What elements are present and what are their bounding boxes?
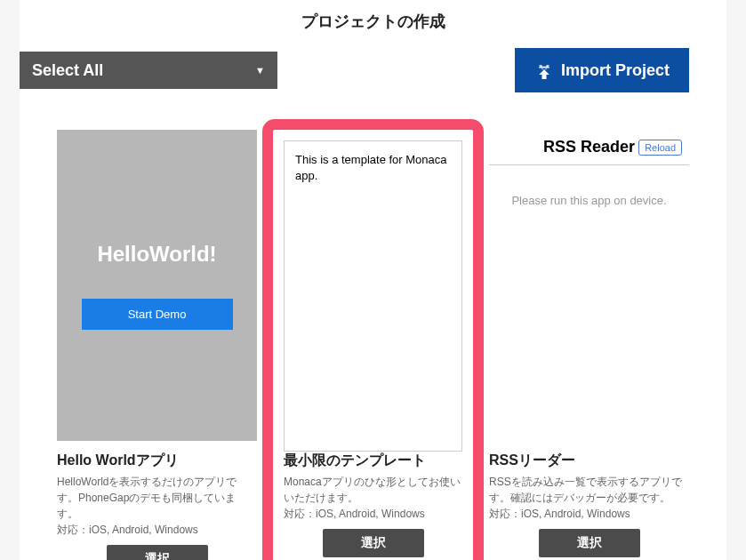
create-project-modal: プロジェクトの作成 Select All ▼ Import Project He… (20, 0, 726, 560)
select-all-dropdown[interactable]: Select All ▼ (20, 52, 277, 89)
reload-button[interactable]: Reload (638, 140, 682, 156)
select-template-button[interactable]: 選択 (107, 545, 208, 560)
select-template-button[interactable]: 選択 (323, 529, 424, 557)
rss-preview-title: RSS Reader (543, 138, 635, 156)
template-support: 対応：iOS, Android, Windows (57, 522, 257, 538)
template-card-hello-world: HelloWorld! Start Demo Hello Worldアプリ He… (57, 130, 257, 560)
card-info: RSSリーダー RSSを読み込み一覧で表示するアプリです。確認にはデバッガーが必… (489, 452, 689, 560)
chevron-down-icon: ▼ (255, 65, 265, 76)
template-title: RSSリーダー (489, 452, 689, 470)
template-preview: HelloWorld! Start Demo (57, 130, 257, 441)
template-card-minimum: This is a template for Monaca app. 最小限のテ… (262, 119, 484, 560)
card-info: 最小限のテンプレート Monacaアプリのひな形としてお使いいただけます。 対応… (273, 452, 473, 560)
template-preview: RSS Reader Reload Please run this app on… (489, 130, 689, 441)
card-info: Hello Worldアプリ HelloWorldを表示するだけのアプリです。P… (57, 452, 257, 560)
preview-headline: HelloWorld! (97, 242, 216, 267)
select-template-button[interactable]: 選択 (539, 529, 640, 557)
rss-preview-header: RSS Reader Reload (489, 130, 689, 165)
import-label: Import Project (561, 61, 670, 80)
top-bar: Select All ▼ Import Project (20, 48, 726, 92)
template-preview: This is a template for Monaca app. (284, 140, 462, 452)
import-icon (534, 61, 554, 79)
template-title: 最小限のテンプレート (284, 452, 462, 470)
rss-preview-body: Please run this app on device. (489, 165, 689, 236)
template-description: HelloWorldを表示するだけのアプリです。PhoneGapのデモも同梱して… (57, 474, 257, 522)
template-description: RSSを読み込み一覧で表示するアプリです。確認にはデバッガーが必要です。 (489, 474, 689, 506)
modal-title: プロジェクトの作成 (20, 11, 726, 32)
template-card-rss: RSS Reader Reload Please run this app on… (489, 130, 689, 560)
import-project-button[interactable]: Import Project (515, 48, 689, 92)
template-grid: HelloWorld! Start Demo Hello Worldアプリ He… (20, 130, 726, 560)
start-demo-button[interactable]: Start Demo (82, 299, 233, 330)
template-support: 対応：iOS, Android, Windows (284, 506, 462, 522)
template-description: Monacaアプリのひな形としてお使いいただけます。 (284, 474, 462, 506)
select-all-label: Select All (32, 61, 103, 80)
template-title: Hello Worldアプリ (57, 452, 257, 470)
preview-text: This is a template for Monaca app. (295, 153, 447, 182)
template-support: 対応：iOS, Android, Windows (489, 506, 689, 522)
